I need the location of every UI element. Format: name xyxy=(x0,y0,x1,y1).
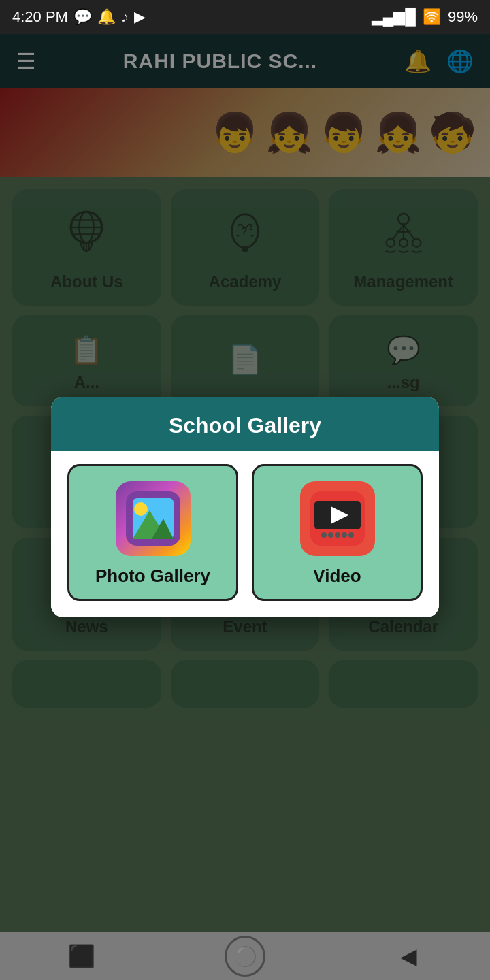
modal-body: Photo Gallery xyxy=(51,451,439,617)
battery: 99% xyxy=(448,8,478,26)
svg-point-73 xyxy=(134,502,148,516)
school-gallery-modal: School Gallery xyxy=(51,397,439,617)
message-icon: 💬 xyxy=(74,8,92,26)
modal-title: School Gallery xyxy=(169,413,321,438)
photo-gallery-option-label: Photo Gallery xyxy=(95,566,210,587)
photo-gallery-option[interactable]: Photo Gallery xyxy=(67,464,238,601)
svg-point-83 xyxy=(348,532,354,538)
status-bar: 4:20 PM 💬 🔔 ♪ ▶ ▂▄▆█ 🛜 99% xyxy=(0,0,490,34)
photo-gallery-app-icon xyxy=(116,481,191,556)
svg-point-81 xyxy=(335,532,340,538)
video-option-label: Video xyxy=(313,566,361,587)
tiktok-icon: ♪ xyxy=(121,8,129,26)
bell-status-icon: 🔔 xyxy=(97,8,116,26)
wifi-icon: 🛜 xyxy=(423,8,441,26)
svg-point-80 xyxy=(328,532,333,538)
video-option[interactable]: Video xyxy=(252,464,423,601)
modal-header: School Gallery xyxy=(51,397,439,451)
modal-overlay[interactable]: School Gallery xyxy=(0,34,490,980)
svg-point-79 xyxy=(321,532,327,538)
time: 4:20 PM xyxy=(12,8,68,26)
svg-point-82 xyxy=(342,532,347,538)
status-left: 4:20 PM 💬 🔔 ♪ ▶ xyxy=(12,8,146,26)
signal-icon: ▂▄▆█ xyxy=(372,8,416,26)
status-right: ▂▄▆█ 🛜 99% xyxy=(372,8,478,26)
video-app-icon xyxy=(300,481,375,556)
play-icon: ▶ xyxy=(134,8,146,26)
